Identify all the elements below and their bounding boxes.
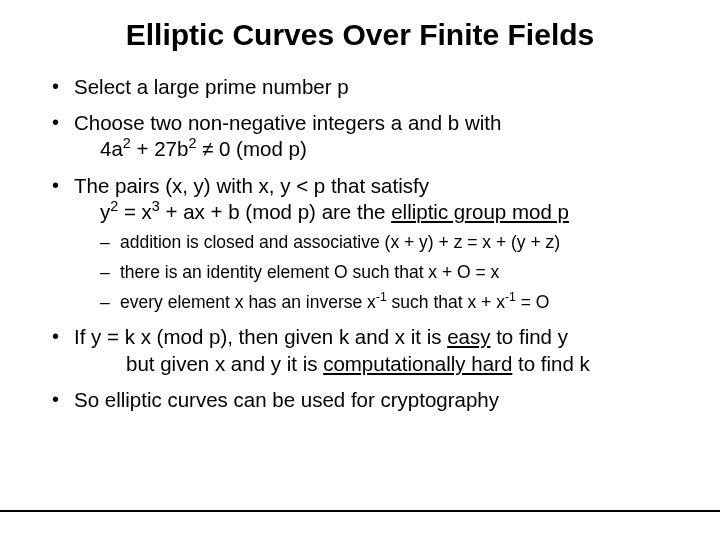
underlined-text: computationally hard [323, 352, 512, 375]
bullet-text: Select a large prime number p [74, 75, 349, 98]
bullet-line: y2 = x3 + ax + b (mod p) are the ellipti… [74, 199, 672, 225]
superscript: -1 [376, 291, 387, 305]
bullet-item: The pairs (x, y) with x, y < p that sati… [48, 173, 672, 315]
superscript: -1 [505, 291, 516, 305]
superscript: 3 [152, 198, 160, 214]
bullet-text: So elliptic curves can be used for crypt… [74, 388, 499, 411]
superscript: 2 [123, 136, 131, 152]
sub-text: addition is closed and associative (x + … [120, 232, 560, 252]
bullet-text: but given x and y it is [126, 352, 323, 375]
bullet-item: Choose two non-negative integers a and b… [48, 110, 672, 162]
bullet-text: to find y [490, 325, 568, 348]
sub-item: addition is closed and associative (x + … [98, 231, 672, 254]
math-text: = x [118, 200, 152, 223]
sub-item: every element x has an inverse x-1 such … [98, 291, 672, 314]
sub-text: there is an identity element O such that… [120, 262, 499, 282]
bullet-item: If y = k x (mod p), then given k and x i… [48, 324, 672, 376]
bullet-item: Select a large prime number p [48, 74, 672, 100]
underlined-text: elliptic group mod p [391, 200, 569, 223]
bullet-text: The pairs (x, y) with x, y < p that sati… [74, 174, 429, 197]
sub-item: there is an identity element O such that… [98, 261, 672, 284]
math-text: + ax + b (mod p) are the [160, 200, 391, 223]
sub-list: addition is closed and associative (x + … [98, 231, 672, 314]
bullet-line: 4a2 + 27b2 ≠ 0 (mod p) [74, 136, 672, 162]
bullet-item: So elliptic curves can be used for crypt… [48, 387, 672, 413]
bullet-text: to find k [512, 352, 590, 375]
underlined-text: easy [447, 325, 490, 348]
bullet-text: If y = k x (mod p), then given k and x i… [74, 325, 447, 348]
bullet-text: Choose two non-negative integers a and b… [74, 111, 501, 134]
math-text: ≠ 0 (mod p) [196, 137, 306, 160]
bullet-list: Select a large prime number p Choose two… [48, 74, 672, 413]
sub-text: such that x + x [387, 292, 505, 312]
math-text: 4a [100, 137, 123, 160]
divider [0, 510, 720, 512]
math-text: y [100, 200, 110, 223]
slide-title: Elliptic Curves Over Finite Fields [48, 18, 672, 52]
bullet-line: but given x and y it is computationally … [74, 351, 672, 377]
sub-text: = O [516, 292, 550, 312]
slide: Elliptic Curves Over Finite Fields Selec… [0, 0, 720, 413]
math-text: + 27b [131, 137, 189, 160]
sub-text: every element x has an inverse x [120, 292, 376, 312]
